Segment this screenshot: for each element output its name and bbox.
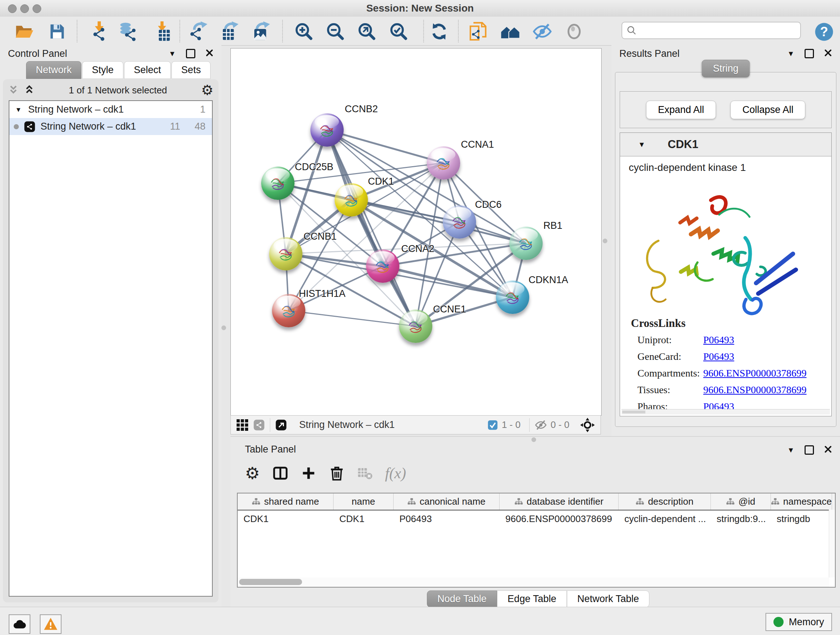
collapse-panel-icon[interactable]: ▼ [787, 447, 794, 454]
close-panel-icon[interactable] [205, 49, 213, 58]
selected-checkbox-icon[interactable] [487, 420, 498, 431]
table-cell[interactable]: stringdb:9... [711, 513, 771, 524]
export-table-icon[interactable] [219, 21, 241, 42]
table-cell[interactable]: cyclin-dependent ... [619, 513, 711, 524]
edge-HIST1H1A-CCNE1[interactable] [289, 310, 416, 326]
export-network-icon[interactable] [188, 21, 210, 42]
collapse-all-networks-icon[interactable] [8, 84, 19, 96]
left-splitter-handle[interactable] [221, 325, 226, 330]
crosslink-value-link[interactable]: P06493 [703, 334, 734, 346]
crosslink-value-link[interactable]: P06493 [703, 351, 734, 363]
network-column-icon [636, 497, 644, 506]
open-in-window-icon[interactable] [275, 419, 287, 431]
memory-button[interactable]: Memory [766, 613, 832, 631]
column-header-canonical-name[interactable]: canonical name [393, 494, 500, 510]
tab-network-table[interactable]: Network Table [567, 591, 650, 608]
network-collection-row[interactable]: ▼ String Network – cdk1 1 [9, 101, 212, 118]
column-header-name[interactable]: name [333, 494, 393, 510]
zoom-in-icon[interactable] [293, 21, 315, 42]
network-node-CCNB1[interactable] [269, 237, 302, 271]
warnings-button[interactable] [40, 614, 62, 634]
table-options-gear-icon[interactable]: ⚙ [245, 465, 260, 481]
bottom-splitter-handle[interactable] [531, 437, 536, 442]
right-splitter-handle[interactable] [603, 239, 607, 243]
hide-selected-icon[interactable] [531, 21, 553, 42]
float-panel-icon[interactable] [186, 49, 195, 58]
section-expand-icon[interactable]: ▼ [638, 141, 645, 148]
table-cell[interactable]: stringdb [771, 513, 832, 524]
network-node-CDK1[interactable] [335, 183, 368, 217]
import-network-icon[interactable] [87, 21, 109, 42]
birdseye-grid-icon[interactable] [237, 419, 248, 431]
node-section-header[interactable]: ▼ CDK1 [620, 133, 831, 157]
add-column-icon[interactable] [301, 466, 316, 481]
network-node-CDC25B[interactable] [261, 166, 294, 200]
float-panel-icon[interactable] [805, 49, 814, 58]
network-node-CDC6[interactable] [443, 205, 476, 239]
zoom-fit-icon[interactable] [356, 21, 378, 42]
table-vertical-scrollbar[interactable] [829, 510, 835, 578]
column-header--id[interactable]: @id [711, 494, 771, 510]
network-row-selected[interactable]: String Network – cdk1 11 48 [9, 118, 212, 135]
table-horizontal-scrollbar[interactable] [238, 578, 829, 587]
network-node-CCNE1[interactable] [399, 310, 432, 343]
tab-sets[interactable]: Sets [172, 61, 210, 79]
tree-expand-icon[interactable]: ▼ [15, 106, 22, 113]
table-cell[interactable]: CDK1 [238, 513, 333, 524]
zoom-selected-icon[interactable] [388, 21, 409, 42]
network-node-CDKN1A[interactable] [496, 280, 529, 314]
zoom-out-icon[interactable] [325, 21, 346, 42]
document-share-icon[interactable] [467, 21, 489, 42]
scrollbar-thumb[interactable] [239, 579, 302, 585]
table-cell[interactable]: P06493 [393, 513, 500, 524]
open-folder-icon[interactable] [13, 21, 35, 42]
collapse-panel-icon[interactable]: ▼ [787, 50, 794, 57]
close-panel-icon[interactable] [824, 49, 832, 58]
table-cell[interactable]: CDK1 [333, 513, 393, 524]
network-options-gear-icon[interactable]: ⚙ [201, 83, 213, 97]
delete-column-icon[interactable] [328, 465, 345, 481]
close-panel-icon[interactable] [824, 445, 832, 455]
collapse-panel-icon[interactable]: ▼ [169, 50, 176, 57]
save-icon[interactable] [46, 21, 68, 42]
export-image-icon[interactable] [251, 21, 273, 42]
network-node-CCNA1[interactable] [427, 146, 460, 180]
tab-string[interactable]: String [702, 60, 750, 78]
column-header-namespace[interactable]: namespace [771, 494, 832, 510]
table-cell[interactable]: 9606.ENSP00000378699 [500, 513, 619, 524]
search-input[interactable] [622, 22, 801, 39]
results-scrollbar[interactable] [622, 409, 830, 415]
crosslink-value-link[interactable]: 9606.ENSP00000378699 [703, 384, 806, 396]
results-panel: Results Panel ▼ String Expand All Collap… [611, 45, 840, 436]
crosslink-value-link[interactable]: 9606.ENSP00000378699 [703, 367, 806, 379]
table-panel-title: Table Panel [245, 444, 296, 455]
help-icon[interactable]: ? [813, 21, 835, 43]
network-canvas[interactable]: CCNB2CCNA1CDC25BCDK1CDC6RB1CCNB1CCNA2CDK… [231, 48, 602, 416]
crosslinks-title: CrossLinks [631, 317, 685, 330]
show-all-icon[interactable] [563, 21, 585, 42]
expand-all-button[interactable]: Expand All [646, 101, 716, 119]
tab-network[interactable]: Network [26, 61, 81, 79]
fit-content-crosshair-icon[interactable] [580, 418, 595, 432]
network-node-CCNB2[interactable] [310, 113, 344, 147]
expand-all-networks-icon[interactable] [24, 84, 35, 96]
column-header-database-identifier[interactable]: database identifier [500, 494, 619, 510]
tab-style[interactable]: Style [82, 61, 123, 79]
table-row[interactable]: CDK1CDK1P064939606.ENSP00000378699cyclin… [238, 510, 835, 527]
import-database-icon[interactable] [117, 21, 139, 42]
hidden-eye-icon[interactable] [535, 419, 547, 431]
cloud-button[interactable] [9, 614, 30, 634]
show-columns-icon[interactable] [272, 465, 289, 481]
collapse-all-button[interactable]: Collapse All [730, 101, 805, 119]
column-header-description[interactable]: description [619, 494, 711, 510]
import-table-icon[interactable] [150, 21, 172, 42]
network-node-RB1[interactable] [509, 226, 543, 260]
home-icon[interactable] [500, 21, 521, 42]
network-node-CCNA2[interactable] [366, 249, 399, 283]
tab-edge-table[interactable]: Edge Table [497, 591, 567, 608]
float-panel-icon[interactable] [805, 445, 814, 455]
refresh-icon[interactable] [428, 21, 450, 42]
column-header-shared-name[interactable]: shared name [238, 494, 333, 510]
tab-node-table[interactable]: Node Table [427, 591, 497, 608]
tab-select[interactable]: Select [124, 61, 171, 79]
